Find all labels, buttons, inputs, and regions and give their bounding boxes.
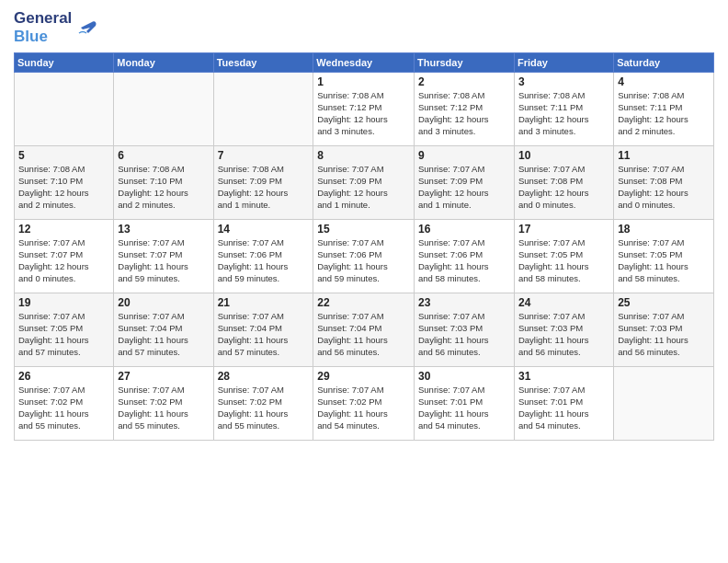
weekday-header-wednesday: Wednesday [313,53,415,73]
header: General Blue [14,9,714,45]
day-number: 20 [118,296,209,309]
day-cell-26: 26Sunrise: 7:07 AM Sunset: 7:02 PM Dayli… [15,367,114,441]
day-number: 12 [18,223,109,236]
empty-cell [213,73,313,146]
empty-cell [15,73,114,146]
day-cell-28: 28Sunrise: 7:07 AM Sunset: 7:02 PM Dayli… [213,367,313,441]
day-cell-12: 12Sunrise: 7:07 AM Sunset: 7:07 PM Dayli… [15,220,114,293]
day-info: Sunrise: 7:07 AM Sunset: 7:08 PM Dayligh… [518,164,609,211]
day-number: 9 [418,149,510,162]
day-cell-24: 24Sunrise: 7:07 AM Sunset: 7:03 PM Dayli… [514,293,613,367]
day-info: Sunrise: 7:07 AM Sunset: 7:04 PM Dayligh… [317,311,410,358]
day-number: 10 [518,149,609,162]
day-info: Sunrise: 7:07 AM Sunset: 7:02 PM Dayligh… [218,385,310,431]
weekday-header-tuesday: Tuesday [213,53,313,73]
day-cell-19: 19Sunrise: 7:07 AM Sunset: 7:05 PM Dayli… [15,293,114,367]
day-number: 24 [518,296,609,309]
day-cell-5: 5Sunrise: 7:08 AM Sunset: 7:10 PM Daylig… [15,146,114,220]
day-info: Sunrise: 7:07 AM Sunset: 7:08 PM Dayligh… [618,164,710,211]
day-cell-30: 30Sunrise: 7:07 AM Sunset: 7:01 PM Dayli… [414,367,514,441]
day-number: 2 [418,75,510,88]
weekday-header-sunday: Sunday [15,53,114,73]
day-cell-22: 22Sunrise: 7:07 AM Sunset: 7:04 PM Dayli… [313,293,415,367]
day-number: 19 [18,296,109,309]
day-cell-23: 23Sunrise: 7:07 AM Sunset: 7:03 PM Dayli… [414,293,514,367]
day-number: 28 [218,370,310,383]
day-number: 14 [218,223,310,236]
day-cell-14: 14Sunrise: 7:07 AM Sunset: 7:06 PM Dayli… [213,220,313,293]
day-number: 29 [317,370,410,383]
day-number: 15 [317,223,410,236]
week-row-2: 5Sunrise: 7:08 AM Sunset: 7:10 PM Daylig… [15,146,714,220]
day-number: 11 [618,149,710,162]
day-number: 6 [118,149,209,162]
week-row-1: 1Sunrise: 7:08 AM Sunset: 7:12 PM Daylig… [15,73,714,146]
day-cell-1: 1Sunrise: 7:08 AM Sunset: 7:12 PM Daylig… [313,73,415,146]
weekday-header-row: SundayMondayTuesdayWednesdayThursdayFrid… [15,53,714,73]
day-info: Sunrise: 7:08 AM Sunset: 7:12 PM Dayligh… [418,90,510,137]
empty-cell [114,73,213,146]
day-info: Sunrise: 7:07 AM Sunset: 7:02 PM Dayligh… [18,385,109,431]
day-info: Sunrise: 7:07 AM Sunset: 7:01 PM Dayligh… [418,385,510,431]
day-info: Sunrise: 7:08 AM Sunset: 7:10 PM Dayligh… [18,164,109,211]
day-number: 25 [618,296,710,309]
week-row-4: 19Sunrise: 7:07 AM Sunset: 7:05 PM Dayli… [15,293,714,367]
day-info: Sunrise: 7:07 AM Sunset: 7:02 PM Dayligh… [317,385,410,431]
day-cell-9: 9Sunrise: 7:07 AM Sunset: 7:09 PM Daylig… [414,146,514,220]
weekday-header-monday: Monday [114,53,213,73]
logo-blue: Blue [14,28,72,46]
day-number: 22 [317,296,410,309]
day-cell-3: 3Sunrise: 7:08 AM Sunset: 7:11 PM Daylig… [514,73,613,146]
day-info: Sunrise: 7:07 AM Sunset: 7:06 PM Dayligh… [317,237,410,284]
day-cell-11: 11Sunrise: 7:07 AM Sunset: 7:08 PM Dayli… [614,146,714,220]
day-number: 18 [618,223,710,236]
day-info: Sunrise: 7:07 AM Sunset: 7:06 PM Dayligh… [218,237,310,284]
day-info: Sunrise: 7:08 AM Sunset: 7:11 PM Dayligh… [618,90,710,137]
day-info: Sunrise: 7:07 AM Sunset: 7:03 PM Dayligh… [518,311,609,358]
day-number: 3 [518,75,609,88]
day-info: Sunrise: 7:07 AM Sunset: 7:03 PM Dayligh… [618,311,710,358]
empty-cell [614,367,714,441]
day-cell-2: 2Sunrise: 7:08 AM Sunset: 7:12 PM Daylig… [414,73,514,146]
day-cell-20: 20Sunrise: 7:07 AM Sunset: 7:04 PM Dayli… [114,293,213,367]
day-cell-31: 31Sunrise: 7:07 AM Sunset: 7:01 PM Dayli… [514,367,613,441]
day-number: 16 [418,223,510,236]
day-cell-13: 13Sunrise: 7:07 AM Sunset: 7:07 PM Dayli… [114,220,213,293]
day-number: 8 [317,149,410,162]
day-info: Sunrise: 7:08 AM Sunset: 7:12 PM Dayligh… [317,90,410,137]
day-number: 27 [118,370,209,383]
week-row-3: 12Sunrise: 7:07 AM Sunset: 7:07 PM Dayli… [15,220,714,293]
day-info: Sunrise: 7:08 AM Sunset: 7:09 PM Dayligh… [218,164,310,211]
day-cell-29: 29Sunrise: 7:07 AM Sunset: 7:02 PM Dayli… [313,367,415,441]
logo-general: General [14,9,72,28]
day-number: 26 [18,370,109,383]
day-info: Sunrise: 7:07 AM Sunset: 7:07 PM Dayligh… [118,237,209,284]
day-info: Sunrise: 7:07 AM Sunset: 7:04 PM Dayligh… [218,311,310,358]
day-info: Sunrise: 7:07 AM Sunset: 7:05 PM Dayligh… [518,237,609,284]
day-number: 30 [418,370,510,383]
day-number: 21 [218,296,310,309]
day-info: Sunrise: 7:07 AM Sunset: 7:07 PM Dayligh… [18,237,109,284]
day-cell-27: 27Sunrise: 7:07 AM Sunset: 7:02 PM Dayli… [114,367,213,441]
day-cell-21: 21Sunrise: 7:07 AM Sunset: 7:04 PM Dayli… [213,293,313,367]
day-cell-25: 25Sunrise: 7:07 AM Sunset: 7:03 PM Dayli… [614,293,714,367]
weekday-header-thursday: Thursday [414,53,514,73]
weekday-header-friday: Friday [514,53,613,73]
day-info: Sunrise: 7:07 AM Sunset: 7:09 PM Dayligh… [418,164,510,211]
day-info: Sunrise: 7:08 AM Sunset: 7:10 PM Dayligh… [118,164,209,211]
day-cell-15: 15Sunrise: 7:07 AM Sunset: 7:06 PM Dayli… [313,220,415,293]
day-cell-7: 7Sunrise: 7:08 AM Sunset: 7:09 PM Daylig… [213,146,313,220]
day-cell-16: 16Sunrise: 7:07 AM Sunset: 7:06 PM Dayli… [414,220,514,293]
day-info: Sunrise: 7:07 AM Sunset: 7:05 PM Dayligh… [18,311,109,358]
day-cell-6: 6Sunrise: 7:08 AM Sunset: 7:10 PM Daylig… [114,146,213,220]
day-info: Sunrise: 7:08 AM Sunset: 7:11 PM Dayligh… [518,90,609,137]
day-info: Sunrise: 7:07 AM Sunset: 7:09 PM Dayligh… [317,164,410,211]
day-cell-4: 4Sunrise: 7:08 AM Sunset: 7:11 PM Daylig… [614,73,714,146]
day-number: 31 [518,370,609,383]
day-cell-8: 8Sunrise: 7:07 AM Sunset: 7:09 PM Daylig… [313,146,415,220]
weekday-header-saturday: Saturday [614,53,714,73]
day-info: Sunrise: 7:07 AM Sunset: 7:01 PM Dayligh… [518,385,609,431]
day-info: Sunrise: 7:07 AM Sunset: 7:06 PM Dayligh… [418,237,510,284]
page-container: General Blue SundayMondayTuesdayWednesda… [0,0,728,445]
logo-icon [74,15,99,40]
